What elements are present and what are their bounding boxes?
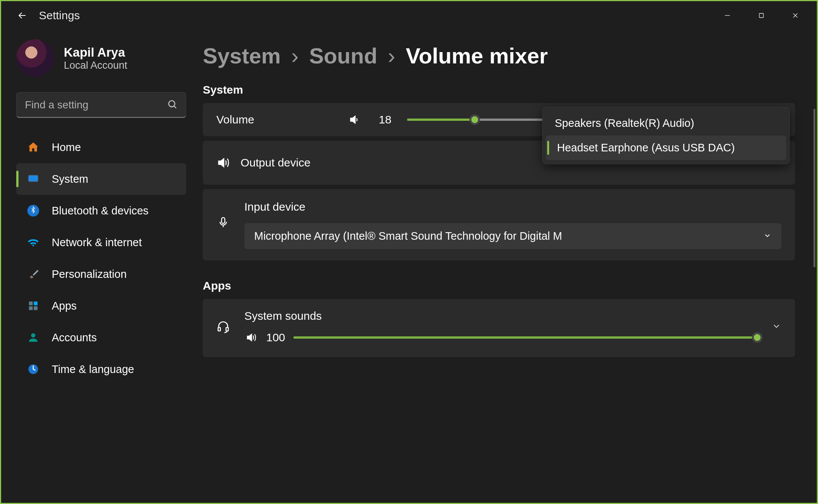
system-sounds-slider[interactable] <box>293 336 757 339</box>
bluetooth-icon <box>26 203 40 218</box>
chevron-right-icon: › <box>291 43 298 68</box>
svg-point-4 <box>169 100 175 106</box>
svg-rect-1 <box>759 13 764 17</box>
back-button[interactable] <box>16 9 28 22</box>
wifi-icon <box>26 235 40 250</box>
breadcrumb-sound[interactable]: Sound <box>309 43 377 68</box>
nav-label: Apps <box>52 300 77 312</box>
nav-system[interactable]: System <box>16 163 186 195</box>
system-sounds-label: System sounds <box>244 310 757 322</box>
nav-home[interactable]: Home <box>16 131 186 163</box>
nav-label: Personalization <box>52 268 127 281</box>
input-device-card: Input device Microphone Array (Intel® Sm… <box>203 189 795 260</box>
breadcrumb-system[interactable]: System <box>203 43 281 68</box>
avatar <box>16 39 54 77</box>
svg-rect-17 <box>226 328 228 331</box>
nav-apps[interactable]: Apps <box>16 290 186 322</box>
input-device-label: Input device <box>244 200 781 213</box>
svg-point-13 <box>31 333 35 338</box>
nav-time-language[interactable]: Time & language <box>16 353 186 385</box>
output-device-card: Output device Speakers (Realtek(R) Audio… <box>203 141 795 185</box>
speaker-icon[interactable] <box>348 113 361 126</box>
input-device-select[interactable]: Microphone Array (Intel® Smart Sound Tec… <box>244 223 781 249</box>
nav-personalization[interactable]: Personalization <box>16 258 186 290</box>
apps-icon <box>26 299 40 313</box>
svg-rect-6 <box>28 175 38 182</box>
search-box[interactable] <box>16 92 186 118</box>
svg-rect-15 <box>222 217 225 223</box>
chevron-right-icon: › <box>388 43 395 68</box>
section-header-apps: Apps <box>203 279 795 292</box>
nav-bluetooth[interactable]: Bluetooth & devices <box>16 195 186 227</box>
system-sounds-card: System sounds 100 <box>203 299 795 357</box>
breadcrumb-current: Volume mixer <box>406 43 548 68</box>
close-button[interactable] <box>778 6 812 25</box>
home-icon <box>26 140 40 154</box>
app-title: Settings <box>39 9 80 22</box>
svg-rect-9 <box>29 302 33 305</box>
input-device-selected: Microphone Array (Intel® Smart Sound Tec… <box>254 230 562 242</box>
headset-icon <box>216 320 230 334</box>
nav-label: Home <box>52 141 81 154</box>
nav-label: Network & internet <box>52 236 142 249</box>
minimize-button[interactable] <box>710 6 744 25</box>
search-icon <box>167 99 177 111</box>
paintbrush-icon <box>26 267 40 281</box>
volume-value: 18 <box>379 113 391 126</box>
output-device-dropdown: Speakers (Realtek(R) Audio) Headset Earp… <box>542 107 790 164</box>
system-icon <box>26 172 40 186</box>
user-account-type: Local Account <box>64 60 127 71</box>
output-device-label: Output device <box>241 156 361 169</box>
breadcrumb: System › Sound › Volume mixer <box>203 43 795 68</box>
person-icon <box>26 330 40 345</box>
svg-rect-11 <box>29 306 33 310</box>
output-option-speakers[interactable]: Speakers (Realtek(R) Audio) <box>546 111 786 136</box>
svg-rect-12 <box>34 306 37 310</box>
nav-network[interactable]: Network & internet <box>16 227 186 258</box>
user-name: Kapil Arya <box>64 45 127 60</box>
speaker-loud-icon <box>216 156 230 170</box>
section-header-system: System <box>203 83 795 96</box>
user-block[interactable]: Kapil Arya Local Account <box>16 39 186 77</box>
svg-line-5 <box>174 106 176 108</box>
nav-label: Bluetooth & devices <box>52 205 148 217</box>
volume-label: Volume <box>216 113 337 126</box>
nav-label: Accounts <box>52 331 97 344</box>
chevron-down-icon <box>756 230 772 242</box>
svg-rect-16 <box>218 328 221 331</box>
nav-label: Time & language <box>52 363 134 376</box>
globe-clock-icon <box>26 362 40 376</box>
search-input[interactable] <box>25 99 162 111</box>
nav-label: System <box>52 173 88 185</box>
microphone-icon <box>216 216 230 229</box>
svg-rect-10 <box>34 302 37 305</box>
output-option-headset[interactable]: Headset Earphone (Asus USB DAC) <box>546 136 786 160</box>
speaker-loud-icon[interactable] <box>244 331 258 344</box>
maximize-button[interactable] <box>744 6 778 25</box>
nav-accounts[interactable]: Accounts <box>16 322 186 353</box>
system-sounds-value: 100 <box>266 331 285 344</box>
expand-button[interactable] <box>772 321 781 333</box>
scrollbar[interactable] <box>813 109 815 267</box>
